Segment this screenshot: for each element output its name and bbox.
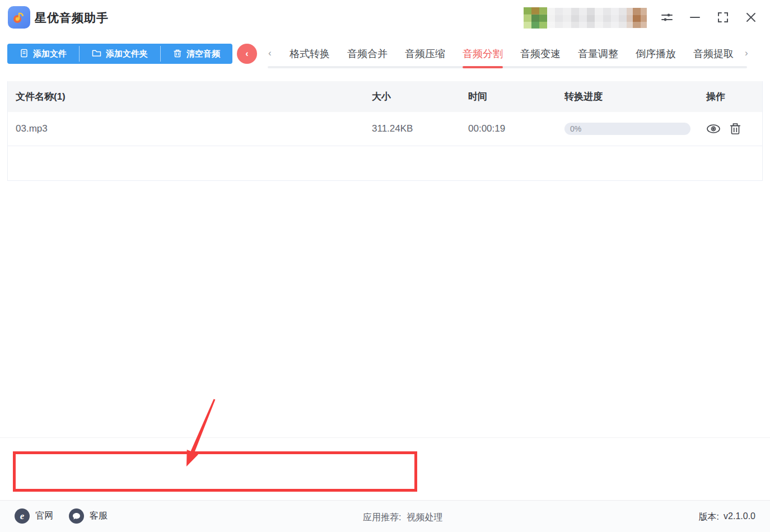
settings-bar: 分割格式: mp3 分割模式: 按份分割 分割分数: 2 保存目录: C:\Us… <box>0 437 770 500</box>
settings-sliders-icon[interactable] <box>659 9 675 26</box>
tab-audio-split[interactable]: 音频分割 <box>463 47 503 60</box>
header-progress: 转换进度 <box>564 90 706 103</box>
function-tabs: 格式转换 音频合并 音频压缩 音频分割 音频变速 音量调整 倒序播放 音频提取 <box>290 47 734 60</box>
tabs-back-circle-button[interactable]: ‹ <box>237 44 257 64</box>
user-info-redacted <box>524 7 647 29</box>
add-folder-label: 添加文件夹 <box>106 49 148 59</box>
tabs-scroll-left[interactable]: ‹ <box>268 48 272 59</box>
app-logo-icon <box>8 6 30 29</box>
support-label: 客服 <box>90 510 108 522</box>
file-table: 文件名称(1) 大小 时间 转换进度 操作 03.mp3 311.24KB 00… <box>7 81 763 181</box>
header-time: 时间 <box>468 90 564 103</box>
add-file-button[interactable]: 添加文件 <box>7 44 79 64</box>
tab-reverse-play[interactable]: 倒序播放 <box>636 47 676 60</box>
minimize-button[interactable] <box>687 9 703 26</box>
app-title: 星优音频助手 <box>35 10 109 26</box>
active-tab-indicator <box>463 66 503 68</box>
user-avatar <box>524 7 547 29</box>
version-value: v2.1.0.0 <box>724 511 755 523</box>
version-info: 版本: v2.1.0.0 <box>699 511 755 523</box>
file-duration: 00:00:19 <box>468 123 564 134</box>
progress-text: 0% <box>570 124 581 133</box>
tab-audio-merge[interactable]: 音频合并 <box>347 47 388 60</box>
delete-trash-icon[interactable] <box>730 123 741 135</box>
close-button[interactable] <box>743 9 759 26</box>
file-toolbar: 添加文件 添加文件夹 清空音频 <box>7 44 232 64</box>
add-file-label: 添加文件 <box>33 49 67 59</box>
official-website-link[interactable]: e 官网 <box>15 508 53 524</box>
tab-audio-extract[interactable]: 音频提取 <box>693 47 734 60</box>
user-name-redacted <box>547 8 647 28</box>
table-header-row: 文件名称(1) 大小 时间 转换进度 操作 <box>8 81 762 112</box>
tab-format-convert[interactable]: 格式转换 <box>290 47 330 60</box>
clear-audio-button[interactable]: 清空音频 <box>161 44 232 64</box>
clear-audio-icon <box>173 49 182 59</box>
header-actions: 操作 <box>706 90 762 103</box>
header-filename: 文件名称(1) <box>8 90 372 103</box>
tabs-scroll-right[interactable]: › <box>745 48 748 59</box>
recommend-label: 应用推荐: <box>363 512 401 524</box>
add-folder-button[interactable]: 添加文件夹 <box>80 44 160 64</box>
add-folder-icon <box>92 49 101 59</box>
clear-audio-label: 清空音频 <box>186 49 220 59</box>
chat-bubble-icon <box>69 508 84 524</box>
tab-audio-speed[interactable]: 音频变速 <box>520 47 561 60</box>
add-file-icon <box>20 49 29 59</box>
recommend-video-link[interactable]: 视频处理 <box>407 512 442 524</box>
website-label: 官网 <box>35 510 53 522</box>
table-row: 03.mp3 311.24KB 00:00:19 0% <box>8 112 762 146</box>
website-globe-icon: e <box>15 508 30 524</box>
preview-eye-icon[interactable] <box>706 123 721 134</box>
tab-volume-adjust[interactable]: 音量调整 <box>578 47 618 60</box>
footer: e 官网 客服 应用推荐: 视频处理 版本: v2.1.0.0 <box>0 500 770 532</box>
tab-scroll-track <box>268 66 747 68</box>
file-size: 311.24KB <box>372 123 468 134</box>
app-recommendation: 应用推荐: 视频处理 <box>363 512 442 524</box>
progress-bar: 0% <box>564 123 690 135</box>
version-label: 版本: <box>699 511 719 523</box>
maximize-button[interactable] <box>715 9 731 26</box>
customer-support-link[interactable]: 客服 <box>69 508 108 524</box>
file-name: 03.mp3 <box>8 123 372 134</box>
title-bar: 星优音频助手 <box>0 0 770 35</box>
header-size: 大小 <box>372 90 468 103</box>
tab-audio-compress[interactable]: 音频压缩 <box>405 47 445 60</box>
